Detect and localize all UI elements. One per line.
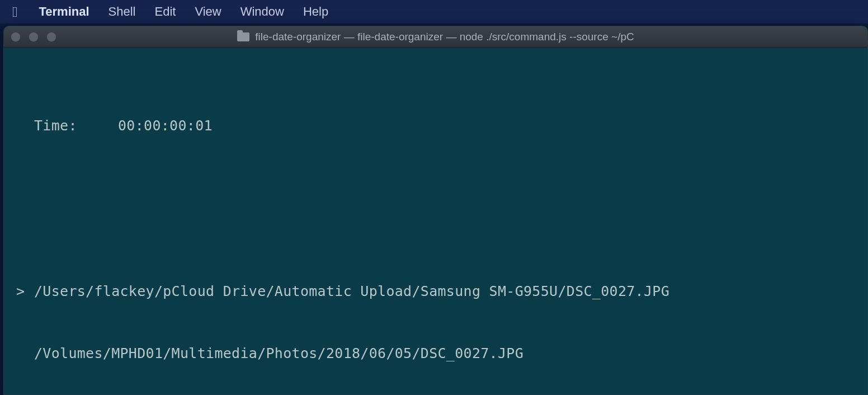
output-blank-line	[16, 177, 855, 198]
window-titlebar[interactable]: file-date-organizer — file-date-organize…	[4, 26, 867, 48]
menubar-item-window[interactable]: Window	[240, 4, 284, 19]
menubar-item-help[interactable]: Help	[303, 4, 328, 19]
macos-menubar:  Terminal Shell Edit View Window Help	[0, 0, 868, 23]
apple-menu-icon[interactable]: 	[12, 3, 18, 21]
menubar-item-shell[interactable]: Shell	[108, 4, 136, 19]
output-line: /Volumes/MPHD01/Multimedia/Photos/2018/0…	[16, 343, 855, 364]
menubar-item-view[interactable]: View	[195, 4, 221, 19]
menubar-app-name[interactable]: Terminal	[39, 4, 89, 19]
output-line: >/Users/flackey/pCloud Drive/Automatic U…	[16, 281, 855, 302]
menubar-item-edit[interactable]: Edit	[154, 4, 176, 19]
window-title: file-date-organizer — file-date-organize…	[255, 31, 634, 43]
folder-icon	[237, 32, 249, 41]
terminal-output[interactable]: Time:00:00:00:01 >/Users/flackey/pCloud …	[4, 48, 867, 395]
window-close-button[interactable]	[11, 32, 21, 42]
window-minimize-button[interactable]	[29, 32, 39, 42]
output-line: Time:00:00:00:01	[16, 115, 855, 136]
terminal-window: file-date-organizer — file-date-organize…	[3, 26, 868, 395]
window-zoom-button[interactable]	[46, 32, 56, 42]
window-traffic-lights	[11, 32, 56, 42]
